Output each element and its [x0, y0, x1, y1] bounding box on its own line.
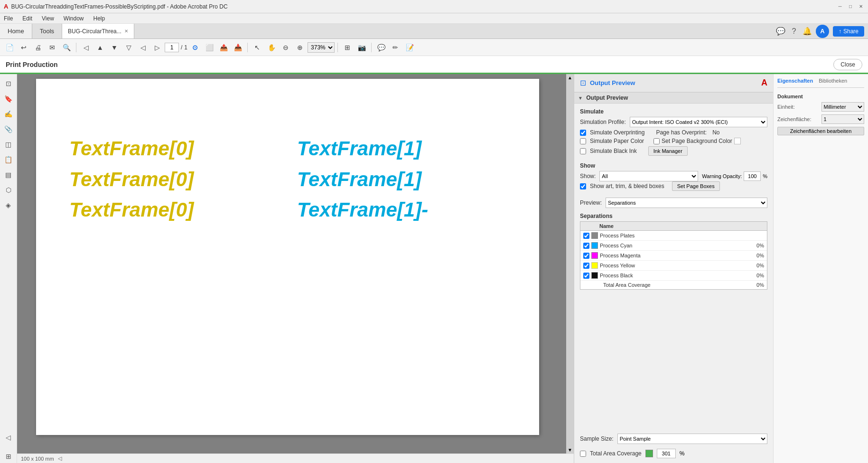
set-page-background-checkbox[interactable]: [653, 138, 660, 144]
einheit-select[interactable]: Millimeter: [821, 102, 865, 112]
separations-section: Separations Name Process Plates: [580, 213, 767, 290]
minimize-button[interactable]: ─: [837, 3, 843, 10]
zoom-out-button[interactable]: ⊖: [279, 41, 292, 54]
total-area-coverage-row: Total Area Coverage %: [580, 449, 767, 458]
tab-tools[interactable]: Tools: [32, 24, 62, 38]
vertical-scrollbar[interactable]: ▲ ▼: [566, 74, 574, 454]
simulate-paper-color-checkbox[interactable]: [580, 138, 586, 144]
sep-row-process-black: Process Black 0%: [580, 271, 767, 281]
process-magenta-checkbox[interactable]: [583, 253, 589, 259]
share-button[interactable]: ↑ Share: [833, 26, 864, 37]
set-page-boxes-button[interactable]: Set Page Boxes: [672, 181, 720, 191]
zeichenflaeche-select[interactable]: 1: [821, 114, 865, 124]
tab-home[interactable]: Home: [0, 24, 32, 38]
show-select[interactable]: All: [599, 171, 698, 181]
sidebar-icon-content[interactable]: ◈: [2, 198, 15, 212]
menu-window[interactable]: Window: [62, 14, 86, 23]
toolbar-separator-1: [76, 43, 76, 52]
open-button[interactable]: ↩: [17, 41, 30, 54]
page-separator: /: [181, 44, 182, 51]
marquee-tool[interactable]: ⊞: [341, 41, 354, 54]
close-print-production-button[interactable]: Close: [833, 59, 862, 70]
sidebar-collapse[interactable]: ◁: [2, 431, 15, 444]
warning-opacity-group: Warning Opacity: %: [702, 171, 767, 181]
find-button[interactable]: ⊙: [188, 41, 202, 54]
create-form-button[interactable]: ⬜: [203, 41, 216, 54]
sidebar-icon-attach[interactable]: 📎: [2, 123, 15, 136]
tab-bar: Home Tools BUG-CircularThrea... ✕ 💬 ? 🔔 …: [0, 24, 868, 39]
restore-button[interactable]: □: [847, 3, 854, 10]
total-area-coverage-input[interactable]: [657, 449, 676, 458]
text-frame-0-line1: TextFrame[0]: [69, 136, 194, 162]
simulate-black-ink-checkbox[interactable]: [580, 148, 586, 154]
scroll-up-arrow[interactable]: ▲: [567, 74, 573, 81]
last-page-button[interactable]: ▽: [122, 41, 135, 54]
sidebar-icon-home[interactable]: ⊡: [2, 77, 15, 90]
tab-close-button[interactable]: ✕: [124, 28, 128, 34]
sidebar-icon-signatures[interactable]: ✍: [2, 107, 15, 121]
select-tool[interactable]: ↖: [251, 41, 264, 54]
zeichenflaeche-bearbeiten-button[interactable]: Zeichenflächen bearbeiten: [777, 127, 864, 135]
export-button[interactable]: 📤: [217, 41, 230, 54]
email-button[interactable]: ✉: [46, 41, 59, 54]
simulate-overprinting-checkbox[interactable]: [580, 130, 586, 136]
snapshot-tool[interactable]: 📷: [355, 41, 368, 54]
show-art-trim-checkbox[interactable]: [580, 183, 586, 189]
ink-manager-button[interactable]: Ink Manager: [648, 146, 688, 156]
preview-select[interactable]: Separations: [606, 198, 767, 208]
comment-tool[interactable]: 💬: [374, 41, 388, 54]
page-size-label: 100 x 100 mm: [21, 456, 54, 462]
process-yellow-checkbox[interactable]: [583, 263, 589, 269]
op-panel-header: ⊡ Output Preview A: [574, 74, 773, 92]
search-text-button[interactable]: 🔍: [60, 41, 73, 54]
show-row: Show: All Warning Opacity: %: [580, 171, 767, 181]
sidebar-icon-measure[interactable]: ⬡: [2, 183, 15, 197]
process-cyan-name: Process Cyan: [600, 243, 748, 248]
comment-icon[interactable]: 💬: [776, 27, 785, 36]
sep-row-process-magenta: Process Magenta 0%: [580, 251, 767, 261]
user-avatar[interactable]: A: [816, 25, 829, 38]
stamp-tool[interactable]: 📝: [403, 41, 416, 54]
help-icon[interactable]: ?: [789, 27, 799, 36]
warning-opacity-input[interactable]: [744, 171, 761, 181]
hand-tool[interactable]: ✋: [265, 41, 278, 54]
process-black-name: Process Black: [600, 273, 748, 278]
pen-tool[interactable]: ✏: [389, 41, 402, 54]
sidebar-icon-bottom[interactable]: ⊞: [2, 450, 15, 463]
process-black-checkbox[interactable]: [583, 273, 589, 279]
sidebar-icon-layers[interactable]: ◫: [2, 138, 15, 151]
tab-document[interactable]: BUG-CircularThrea... ✕: [62, 24, 134, 38]
zoom-in-button[interactable]: ⊕: [293, 41, 307, 54]
window-title: BUG-CircularThreaddingTextFrames-Possibl…: [11, 3, 227, 10]
scroll-down-arrow[interactable]: ▼: [567, 446, 573, 454]
total-area-coverage-checkbox[interactable]: [580, 451, 586, 457]
menu-help[interactable]: Help: [92, 14, 107, 23]
new-file-button[interactable]: 📄: [3, 41, 16, 54]
prev-view-button[interactable]: ◁: [79, 41, 93, 54]
process-cyan-checkbox[interactable]: [583, 243, 589, 249]
next-page-button[interactable]: ▼: [108, 41, 121, 54]
page-number-input[interactable]: [165, 43, 179, 52]
zoom-select[interactable]: 373%: [308, 42, 335, 53]
background-color-swatch[interactable]: [734, 138, 741, 144]
first-page-button[interactable]: ◁: [136, 41, 149, 54]
process-plates-checkbox[interactable]: [583, 233, 589, 239]
menu-edit[interactable]: Edit: [20, 14, 34, 23]
print-button[interactable]: 🖨: [31, 41, 45, 54]
prev-page-button[interactable]: ▲: [93, 41, 107, 54]
tab-bibliotheken[interactable]: Bibliotheken: [819, 78, 847, 84]
notification-icon[interactable]: 🔔: [803, 27, 812, 36]
sidebar-icon-pages[interactable]: 📋: [2, 153, 15, 166]
close-button[interactable]: ✕: [858, 3, 864, 10]
simulation-profile-select[interactable]: Output Intent: ISO Coated v2 300% (ECI): [630, 117, 767, 127]
sample-size-select[interactable]: Point Sample: [617, 434, 767, 444]
toolbar-separator-3: [337, 43, 338, 52]
tab-eigenschaften[interactable]: Eigenschaften: [777, 78, 813, 84]
import-button[interactable]: 📥: [231, 41, 244, 54]
next-view-button[interactable]: ▷: [150, 41, 164, 54]
sidebar-icon-bookmark[interactable]: 🔖: [2, 92, 15, 105]
menu-view[interactable]: View: [40, 14, 56, 23]
sidebar-icon-fields[interactable]: ▤: [2, 168, 15, 181]
menu-file[interactable]: File: [2, 14, 15, 23]
sample-size-row: Sample Size: Point Sample: [580, 434, 767, 444]
